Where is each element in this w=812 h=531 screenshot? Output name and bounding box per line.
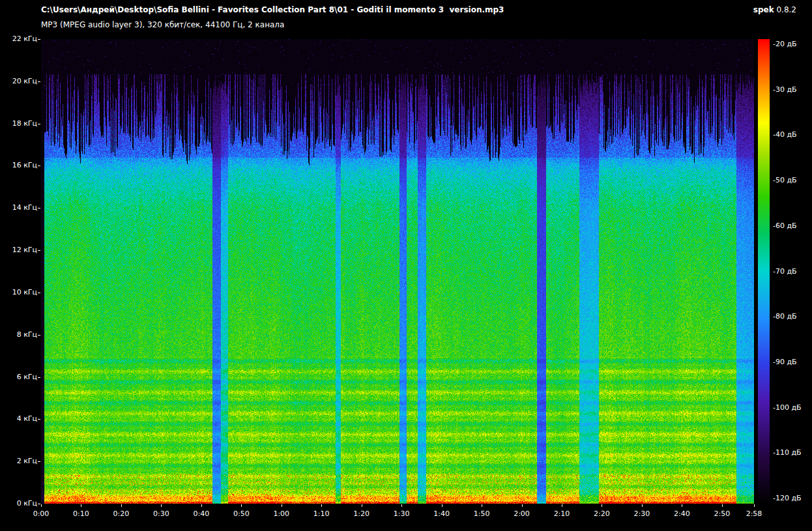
time-axis-tick xyxy=(41,504,42,507)
freq-axis-tick xyxy=(38,39,40,40)
time-axis-label: 1:40 xyxy=(429,510,455,518)
freq-axis-tick xyxy=(38,165,40,166)
freq-axis-tick xyxy=(38,124,40,124)
time-axis-label: 1:00 xyxy=(268,510,295,518)
time-axis-label: 0:00 xyxy=(28,510,54,518)
app-version: 0.8.2 xyxy=(776,5,796,14)
time-axis-label: 2:20 xyxy=(588,510,615,518)
time-axis-label: 2:30 xyxy=(629,510,655,518)
db-scale-label: -90 дБ xyxy=(773,358,812,366)
freq-axis-label: 2 кГц xyxy=(0,457,37,465)
time-axis-label: 0:50 xyxy=(228,510,254,518)
time-axis-tick xyxy=(81,504,81,507)
freq-axis-label: 14 кГц xyxy=(0,204,37,212)
time-axis-tick xyxy=(482,504,482,507)
time-axis-tick xyxy=(282,504,282,507)
freq-axis-tick xyxy=(38,377,40,378)
freq-axis-tick xyxy=(38,335,40,336)
time-axis-tick xyxy=(522,504,523,507)
time-axis-tick xyxy=(121,504,122,507)
freq-axis-label: 10 кГц xyxy=(0,289,37,296)
freq-axis-label: 8 кГц xyxy=(0,331,37,339)
db-scale-label: -60 дБ xyxy=(773,222,812,230)
time-axis-label: 0:10 xyxy=(68,510,94,518)
app-name: spek xyxy=(753,5,774,14)
time-axis-label: 2:40 xyxy=(669,510,695,518)
time-axis-label: 2:58 xyxy=(741,510,767,518)
time-axis-tick xyxy=(722,504,723,507)
time-axis-label: 2:50 xyxy=(709,510,735,518)
db-scale-label: -40 дБ xyxy=(773,131,812,139)
time-axis-tick xyxy=(602,504,602,507)
freq-axis-label: 22 кГц xyxy=(0,35,37,43)
db-ruler xyxy=(758,39,770,504)
file-info: MP3 (MPEG audio layer 3), 320 кбит/сек, … xyxy=(41,20,284,29)
time-axis-tick xyxy=(201,504,202,507)
time-axis-tick xyxy=(401,504,402,507)
db-scale-label: -120 дБ xyxy=(773,495,812,502)
time-axis-tick xyxy=(562,504,562,507)
time-axis-label: 1:50 xyxy=(469,510,495,518)
db-scale-label: -110 дБ xyxy=(773,449,812,457)
db-scale-label: -20 дБ xyxy=(773,40,812,48)
freq-axis-tick xyxy=(38,250,40,251)
db-scale-label: -80 дБ xyxy=(773,313,812,321)
db-scale-label: -100 дБ xyxy=(773,404,812,412)
freq-axis-label: 12 кГц xyxy=(0,246,37,254)
freq-axis-label: 18 кГц xyxy=(0,120,37,128)
db-scale-label: -30 дБ xyxy=(773,86,812,94)
time-axis-label: 2:10 xyxy=(549,510,575,518)
time-axis-label: 1:10 xyxy=(308,510,334,518)
freq-axis-label: 0 кГц xyxy=(0,500,37,508)
freq-axis-tick xyxy=(38,504,40,504)
time-axis-label: 1:20 xyxy=(349,510,375,518)
freq-axis-tick xyxy=(38,419,40,420)
db-scale-label: -50 дБ xyxy=(773,177,812,184)
freq-axis-label: 6 кГц xyxy=(0,373,37,381)
spek-window: C:\Users\Андрей\Desktop\Sofia Bellini - … xyxy=(0,0,812,531)
time-axis-tick xyxy=(321,504,322,507)
db-scale-label: -70 дБ xyxy=(773,268,812,276)
freq-axis-tick xyxy=(38,293,40,293)
time-axis-tick xyxy=(241,504,242,507)
time-axis-tick xyxy=(642,504,643,507)
freq-axis-label: 4 кГц xyxy=(0,415,37,423)
time-axis-tick xyxy=(754,504,755,507)
time-axis-label: 0:40 xyxy=(188,510,214,518)
freq-axis-tick xyxy=(38,81,40,82)
file-path: C:\Users\Андрей\Desktop\Sofia Bellini - … xyxy=(41,5,504,14)
time-axis-tick xyxy=(161,504,162,507)
time-axis-label: 0:20 xyxy=(108,510,134,518)
freq-axis-label: 20 кГц xyxy=(0,78,37,85)
time-axis-tick xyxy=(682,504,682,507)
spectrogram-canvas xyxy=(41,39,754,504)
time-axis-label: 0:30 xyxy=(148,510,174,518)
freq-axis-label: 16 кГц xyxy=(0,162,37,169)
time-axis-tick xyxy=(442,504,442,507)
time-axis-label: 1:30 xyxy=(388,510,414,518)
freq-axis-tick xyxy=(38,208,40,208)
app-brand: spek 0.8.2 xyxy=(753,5,796,14)
time-axis-tick xyxy=(362,504,362,507)
freq-axis-tick xyxy=(38,461,40,462)
time-axis-label: 2:00 xyxy=(509,510,535,518)
